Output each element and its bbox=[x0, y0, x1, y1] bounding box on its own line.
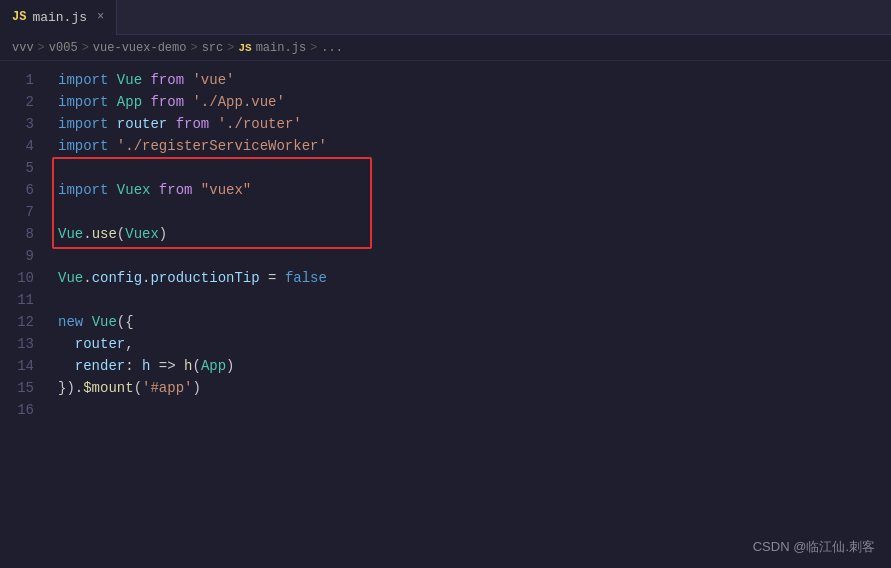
line-num-4: 4 bbox=[0, 135, 34, 157]
breadcrumb-js-icon: JS bbox=[238, 42, 251, 54]
breadcrumb-demo: vue-vuex-demo bbox=[93, 41, 187, 55]
line-num-2: 2 bbox=[0, 91, 34, 113]
line-num-6: 6 bbox=[0, 179, 34, 201]
code-line-15: }).$mount('#app') bbox=[58, 377, 891, 399]
code-line-3: import router from './router' bbox=[58, 113, 891, 135]
breadcrumb-sep4: > bbox=[227, 41, 234, 55]
line-num-10: 10 bbox=[0, 267, 34, 289]
breadcrumb-sep2: > bbox=[82, 41, 89, 55]
line-num-12: 12 bbox=[0, 311, 34, 333]
line-num-11: 11 bbox=[0, 289, 34, 311]
breadcrumb-sep1: > bbox=[38, 41, 45, 55]
code-line-5 bbox=[58, 157, 891, 179]
code-line-9 bbox=[58, 245, 891, 267]
breadcrumb-mainjs: main.js bbox=[256, 41, 306, 55]
line-num-16: 16 bbox=[0, 399, 34, 421]
code-area: 1 2 3 4 5 6 7 8 9 10 11 12 13 14 15 16 i… bbox=[0, 61, 891, 568]
breadcrumb-ellipsis: ... bbox=[321, 41, 343, 55]
code-line-16 bbox=[58, 399, 891, 421]
line-numbers: 1 2 3 4 5 6 7 8 9 10 11 12 13 14 15 16 bbox=[0, 61, 50, 568]
code-line-7 bbox=[58, 201, 891, 223]
breadcrumb-v005: v005 bbox=[49, 41, 78, 55]
tab-filename: main.js bbox=[32, 10, 87, 25]
tab-bar: JS main.js × bbox=[0, 0, 891, 35]
code-content: import Vue from 'vue' import App from '.… bbox=[50, 61, 891, 568]
editor-container: JS main.js × vvv > v005 > vue-vuex-demo … bbox=[0, 0, 891, 568]
breadcrumb: vvv > v005 > vue-vuex-demo > src > JS ma… bbox=[0, 35, 891, 61]
line-num-7: 7 bbox=[0, 201, 34, 223]
breadcrumb-sep5: > bbox=[310, 41, 317, 55]
code-line-6: import Vuex from "vuex" bbox=[58, 179, 891, 201]
line-num-9: 9 bbox=[0, 245, 34, 267]
tab-close-button[interactable]: × bbox=[97, 10, 104, 24]
line-num-14: 14 bbox=[0, 355, 34, 377]
line-num-13: 13 bbox=[0, 333, 34, 355]
code-line-12: new Vue({ bbox=[58, 311, 891, 333]
code-line-2: import App from './App.vue' bbox=[58, 91, 891, 113]
js-tab-icon: JS bbox=[12, 10, 26, 24]
breadcrumb-src: src bbox=[202, 41, 224, 55]
breadcrumb-vvv: vvv bbox=[12, 41, 34, 55]
watermark: CSDN @临江仙.刺客 bbox=[753, 538, 875, 556]
code-line-4: import './registerServiceWorker' bbox=[58, 135, 891, 157]
line-num-5: 5 bbox=[0, 157, 34, 179]
line-num-15: 15 bbox=[0, 377, 34, 399]
code-line-13: router, bbox=[58, 333, 891, 355]
line-num-1: 1 bbox=[0, 69, 34, 91]
code-line-11 bbox=[58, 289, 891, 311]
line-num-8: 8 bbox=[0, 223, 34, 245]
main-js-tab[interactable]: JS main.js × bbox=[0, 0, 117, 35]
code-line-10: Vue.config.productionTip = false bbox=[58, 267, 891, 289]
code-line-1: import Vue from 'vue' bbox=[58, 69, 891, 91]
breadcrumb-sep3: > bbox=[190, 41, 197, 55]
line-num-3: 3 bbox=[0, 113, 34, 135]
code-line-8: Vue.use(Vuex) bbox=[58, 223, 891, 245]
code-line-14: render: h => h(App) bbox=[58, 355, 891, 377]
